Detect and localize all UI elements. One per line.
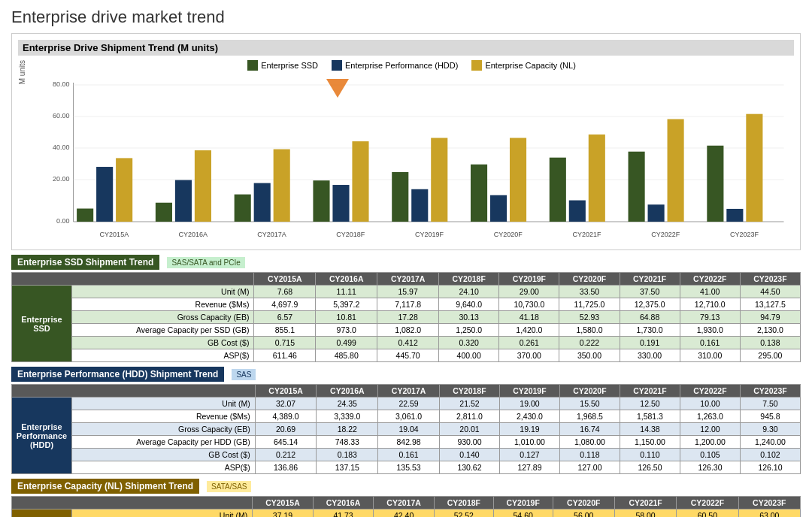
bar-hdd [411, 189, 428, 222]
table-cell: 15.50 [559, 398, 620, 410]
page: { "title": "Enterprise drive market tren… [0, 0, 812, 517]
ssd-header-cy2017: CY2017A [377, 273, 439, 286]
ssd-header-cy2023: CY2023F [740, 273, 800, 286]
table-cell: 2,811.0 [439, 410, 499, 423]
table-cell: 63.00 [738, 509, 800, 518]
bar-hdd [490, 195, 507, 222]
legend-cap: Enterprise Capacity (NL) [471, 60, 575, 71]
cap-header-cy2020: CY2020F [553, 497, 614, 509]
table-cell: 42.40 [374, 509, 435, 518]
table-cell: 130.62 [439, 461, 499, 474]
legend-cap-label: Enterprise Capacity (NL) [485, 61, 575, 70]
ssd-header-cy2019: CY2019F [499, 273, 559, 286]
table-cell: 930.00 [439, 436, 499, 449]
x-axis-label: CY2023F [730, 231, 759, 238]
cap-header-cy2016: CY2016A [313, 497, 374, 509]
table-cell: 842.98 [378, 436, 440, 449]
perf-header-cy2022: CY2022F [680, 385, 740, 398]
table-cell: 94.79 [740, 311, 800, 324]
row-label: Unit (M) [72, 286, 254, 298]
table-cell: 0.127 [499, 449, 559, 461]
table-cell: 3,061.0 [378, 410, 440, 423]
table-cell: 12.50 [620, 398, 680, 410]
table-cell: 136.86 [255, 461, 317, 474]
bar-hdd [648, 204, 665, 222]
perf-header-cy2019: CY2019F [499, 385, 559, 398]
perf-section-subtitle: SAS [232, 369, 256, 380]
table-cell: 32.07 [255, 398, 317, 410]
ssd-section-subtitle: SAS/SATA and PCIe [167, 257, 244, 268]
bar-ssd [471, 165, 487, 222]
table-cell: 1,581.3 [620, 410, 680, 423]
table-cell: 7.68 [254, 286, 316, 298]
table-cell: 1,263.0 [680, 410, 740, 423]
table-cell: 19.19 [499, 423, 559, 436]
table-cell: 24.35 [317, 398, 378, 410]
row-group-label: EnterpriseCapacity(NL) [12, 509, 72, 518]
table-cell: 41.73 [313, 509, 374, 518]
row-label: ASP($) [72, 461, 256, 474]
cap-header-empty [12, 497, 253, 509]
table-cell: 15.97 [377, 286, 439, 298]
table-cell: 20.01 [439, 423, 499, 436]
table-row: Revenue ($Ms)4,697.95,397.27,117.89,640.… [12, 298, 801, 311]
ssd-header-cy2015: CY2015A [254, 273, 316, 286]
perf-header-empty [12, 385, 256, 398]
table-cell: 33.50 [559, 286, 620, 298]
legend-ssd: Enterprise SSD [247, 60, 318, 71]
cap-header-row: CY2015A CY2016A CY2017A CY2018F CY2019F … [12, 497, 801, 509]
table-cell: 1,240.00 [740, 436, 800, 449]
table-cell: 12.00 [680, 423, 740, 436]
table-cell: 79.13 [680, 311, 740, 324]
arrow-annotation [323, 75, 353, 101]
ssd-header-cy2018: CY2018F [439, 273, 499, 286]
legend-hdd-label: Enterprise Performance (HDD) [345, 61, 458, 70]
bar-ssd [235, 195, 251, 222]
table-cell: 19.04 [378, 423, 440, 436]
bar-cap [352, 141, 368, 222]
table-cell: 126.30 [680, 461, 740, 474]
table-cell: 4,389.0 [255, 410, 317, 423]
x-axis-label: CY2015A [100, 231, 129, 238]
perf-table-body: EnterprisePerformance(HDD)Unit (M)32.072… [12, 398, 801, 474]
table-cell: 11,725.0 [559, 298, 620, 311]
cap-header-cy2019: CY2019F [493, 497, 553, 509]
table-cell: 10.00 [680, 398, 740, 410]
table-cell: 945.8 [740, 410, 800, 423]
y-axis-label: M units [18, 60, 26, 92]
bar-chart-svg: 80.00 60.00 40.00 20.00 0.00 CY2015ACY20… [29, 75, 794, 240]
cap-header-cy2021: CY2021F [614, 497, 676, 509]
table-cell: 485.80 [316, 349, 377, 362]
table-row: Gross Capacity (EB)20.6918.2219.0420.011… [12, 423, 801, 436]
bar-ssd [707, 146, 723, 222]
chart-section: Enterprise Drive Shipment Trend (M units… [11, 33, 801, 250]
row-label: Average Capacity per HDD (GB) [72, 436, 256, 449]
row-label: Gross Capacity (EB) [72, 311, 254, 324]
legend-ssd-color [247, 60, 258, 71]
legend-hdd-color [332, 60, 342, 71]
table-cell: 1,420.0 [499, 324, 559, 337]
table-cell: 0.102 [740, 449, 800, 461]
table-cell: 24.10 [439, 286, 499, 298]
cap-header-cy2017: CY2017A [374, 497, 435, 509]
table-cell: 0.222 [559, 337, 620, 349]
table-cell: 52.93 [559, 311, 620, 324]
cap-section-title: Enterprise Capacity (NL) Shipment Trend [11, 479, 199, 494]
perf-header-cy2015: CY2015A [255, 385, 317, 398]
table-cell: 3,339.0 [317, 410, 378, 423]
table-cell: 22.59 [378, 398, 440, 410]
bar-ssd [156, 203, 172, 222]
table-cell: 14.38 [620, 423, 680, 436]
table-cell: 1,200.00 [680, 436, 740, 449]
x-axis-label: CY2017A [257, 231, 286, 238]
table-cell: 0.320 [439, 337, 499, 349]
cap-header-cy2022: CY2022F [677, 497, 738, 509]
table-cell: 855.1 [254, 324, 316, 337]
table-cell: 350.00 [559, 349, 620, 362]
bar-hdd [175, 180, 192, 222]
table-cell: 0.191 [620, 337, 680, 349]
bar-cap [668, 119, 684, 222]
table-cell: 611.46 [254, 349, 316, 362]
table-cell: 41.00 [680, 286, 740, 298]
bar-ssd [313, 180, 329, 222]
